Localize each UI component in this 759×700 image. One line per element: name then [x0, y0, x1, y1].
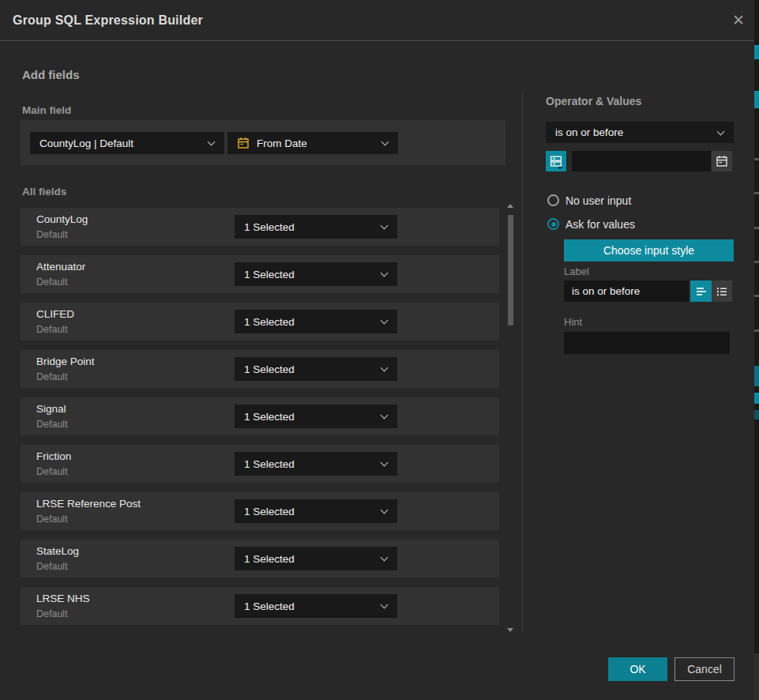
- field-selected-dropdown[interactable]: 1 Selected: [235, 215, 397, 239]
- operator-dropdown[interactable]: is on or before: [546, 122, 734, 143]
- field-row: StateLogDefault1 Selected: [21, 540, 499, 578]
- field-name: LRSE Reference Post: [36, 498, 141, 510]
- chevron-down-icon: [381, 506, 389, 514]
- field-row: Bridge PointDefault1 Selected: [21, 350, 499, 388]
- date-picker-button[interactable]: [712, 151, 732, 171]
- background-page-sliver: [754, 0, 759, 700]
- field-selected-value: 1 Selected: [244, 553, 295, 565]
- field-selected-value: 1 Selected: [244, 411, 295, 423]
- field-selected-value: 1 Selected: [244, 316, 295, 328]
- field-sublabel: Default: [36, 466, 68, 477]
- hint-input[interactable]: [564, 332, 730, 354]
- field-name: Signal: [36, 403, 66, 415]
- field-sublabel: Default: [36, 419, 68, 430]
- field-selected-dropdown[interactable]: 1 Selected: [235, 405, 397, 428]
- chevron-down-icon: [381, 601, 389, 609]
- radio-ask-for-values-label[interactable]: Ask for values: [565, 218, 635, 231]
- field-row: SignalDefault1 Selected: [21, 397, 499, 435]
- add-fields-heading: Add fields: [22, 68, 80, 81]
- ok-button[interactable]: OK: [608, 657, 667, 681]
- field-name: LRSE NHS: [36, 593, 90, 604]
- operator-values-heading: Operator & Values: [546, 95, 641, 107]
- scrollbar[interactable]: [507, 202, 514, 634]
- field-row: CLIFEDDefault1 Selected: [21, 303, 499, 341]
- chevron-down-icon: [381, 554, 389, 562]
- value-input[interactable]: [572, 151, 711, 171]
- field-name: Attenuator: [36, 261, 85, 273]
- field-name: CLIFED: [36, 308, 74, 320]
- field-selected-value: 1 Selected: [244, 221, 295, 233]
- main-field-layer-dropdown[interactable]: CountyLog | Default: [30, 132, 224, 154]
- close-icon[interactable]: ✕: [729, 11, 748, 30]
- field-selected-dropdown[interactable]: 1 Selected: [235, 547, 397, 570]
- field-sublabel: Default: [36, 371, 68, 382]
- chevron-down-icon: [381, 222, 389, 230]
- field-selected-dropdown[interactable]: 1 Selected: [235, 594, 397, 618]
- scrollbar-up-arrow-icon[interactable]: [507, 204, 513, 208]
- field-selected-dropdown[interactable]: 1 Selected: [235, 262, 397, 286]
- group-sql-expression-builder-dialog: Group SQL Expression Builder ✕ Add field…: [0, 0, 754, 700]
- field-name: Bridge Point: [36, 356, 95, 367]
- field-name: CountyLog: [36, 213, 88, 225]
- calendar-icon: [716, 155, 728, 167]
- field-row: LRSE Reference PostDefault1 Selected: [21, 492, 499, 530]
- dialog-titlebar: Group SQL Expression Builder ✕: [0, 0, 754, 41]
- all-fields-label: All fields: [22, 186, 66, 198]
- chevron-down-icon: [381, 459, 389, 467]
- chevron-down-icon: [208, 138, 216, 146]
- field-row: FrictionDefault1 Selected: [21, 445, 499, 483]
- field-row: CountyLogDefault1 Selected: [21, 208, 499, 246]
- caret-down-icon: [558, 167, 562, 170]
- main-field-layer-value: CountyLog | Default: [39, 137, 133, 149]
- cancel-button[interactable]: Cancel: [674, 657, 735, 681]
- field-row: LRSE NHSDefault1 Selected: [21, 587, 499, 625]
- chevron-down-icon: [381, 317, 389, 325]
- screen: Group SQL Expression Builder ✕ Add field…: [0, 0, 759, 700]
- scrollbar-down-arrow-icon[interactable]: [507, 628, 513, 632]
- dialog-title: Group SQL Expression Builder: [13, 0, 203, 41]
- align-left-icon: [695, 285, 708, 298]
- chevron-down-icon: [381, 364, 389, 372]
- main-field-panel: CountyLog | Default From Date: [21, 120, 505, 165]
- chevron-down-icon: [381, 138, 389, 146]
- field-row: AttenuatorDefault1 Selected: [21, 255, 499, 293]
- field-sublabel: Default: [36, 561, 68, 572]
- calendar-icon: [237, 137, 250, 149]
- unique-values-button[interactable]: [546, 151, 566, 171]
- field-selected-value: 1 Selected: [244, 269, 295, 280]
- main-field-label: Main field: [22, 104, 71, 116]
- list-icon: [716, 285, 728, 298]
- field-name: StateLog: [36, 545, 79, 557]
- radio-no-user-input-label[interactable]: No user input: [565, 194, 631, 207]
- hint-caption: Hint: [564, 316, 582, 328]
- field-selected-dropdown[interactable]: 1 Selected: [235, 310, 397, 333]
- main-field-field-dropdown[interactable]: From Date: [227, 132, 398, 154]
- panel-divider: [522, 93, 523, 632]
- field-sublabel: Default: [36, 229, 68, 240]
- field-selected-value: 1 Selected: [244, 458, 295, 470]
- input-style-text-button[interactable]: [690, 280, 712, 302]
- field-sublabel: Default: [36, 514, 68, 525]
- field-selected-value: 1 Selected: [244, 600, 295, 612]
- label-input[interactable]: [564, 280, 689, 302]
- chevron-down-icon: [717, 127, 725, 135]
- main-field-field-value: From Date: [257, 137, 307, 149]
- unique-values-icon: [550, 155, 562, 167]
- radio-no-user-input[interactable]: [547, 194, 559, 206]
- field-selected-value: 1 Selected: [244, 363, 295, 375]
- choose-input-style-button[interactable]: Choose input style: [564, 239, 734, 262]
- field-sublabel: Default: [36, 277, 68, 288]
- field-sublabel: Default: [36, 608, 68, 619]
- scrollbar-thumb[interactable]: [508, 215, 513, 326]
- radio-ask-for-values[interactable]: [547, 218, 559, 230]
- field-name: Friction: [36, 450, 71, 462]
- input-style-list-button[interactable]: [712, 280, 732, 302]
- chevron-down-icon: [381, 412, 389, 420]
- field-selected-dropdown[interactable]: 1 Selected: [235, 452, 397, 476]
- field-selected-dropdown[interactable]: 1 Selected: [235, 499, 397, 523]
- field-sublabel: Default: [36, 324, 68, 335]
- chevron-down-icon: [381, 269, 389, 277]
- operator-value: is on or before: [555, 126, 623, 138]
- label-caption: Label: [564, 265, 589, 277]
- field-selected-dropdown[interactable]: 1 Selected: [235, 357, 397, 381]
